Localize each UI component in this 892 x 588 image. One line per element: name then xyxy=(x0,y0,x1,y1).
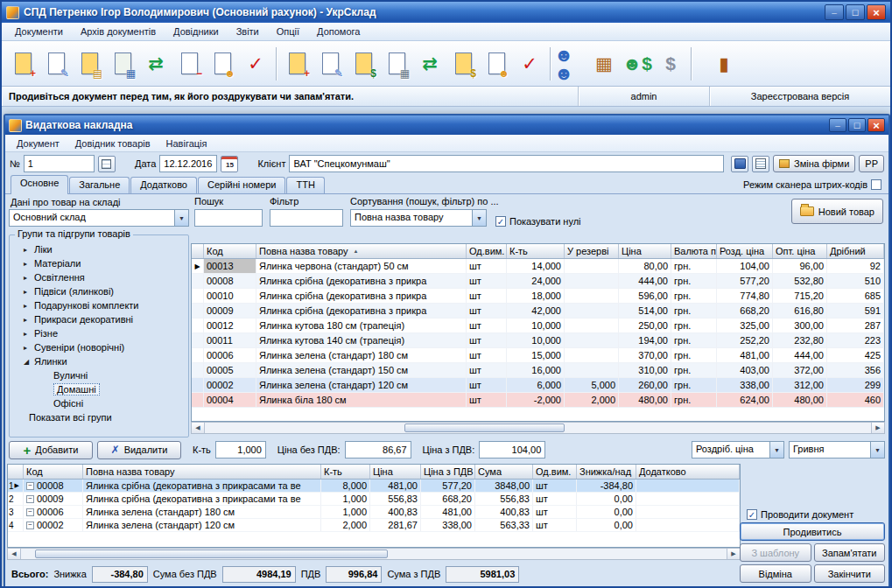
chevron-down-icon[interactable] xyxy=(472,210,486,226)
close-button[interactable] xyxy=(867,4,886,20)
col-code[interactable]: Код xyxy=(204,244,256,258)
col-retail[interactable]: Розд. ціна xyxy=(717,244,773,258)
new-invoice-icon[interactable]: + xyxy=(280,46,313,82)
edit-document-icon[interactable]: ✎ xyxy=(39,46,73,82)
scroll-right-icon[interactable] xyxy=(871,423,884,433)
invoice-close-button[interactable] xyxy=(867,118,885,132)
tree-item-yalynky[interactable]: ◢ Ялинки xyxy=(11,354,186,368)
add-item-button[interactable]: Добавити xyxy=(9,441,93,459)
col-sum[interactable]: Сума xyxy=(475,465,533,479)
tree-item-rizne[interactable]: ▸ Різне xyxy=(11,326,186,340)
menu-item[interactable]: Звіти xyxy=(228,24,267,38)
col-qty[interactable]: К-ть xyxy=(321,465,370,479)
toolbar-separator[interactable] xyxy=(546,46,554,82)
finish-button[interactable]: Закінчити xyxy=(814,564,886,583)
scrollbar-thumb[interactable] xyxy=(404,424,565,432)
delete-item-button[interactable]: Видалити xyxy=(97,441,181,459)
Ялинка зелена (стандарт) 150 см[interactable]: 00005 Ялинка зелена (стандарт) 150 см шт… xyxy=(192,363,884,378)
qty-input[interactable]: 1,000 xyxy=(215,441,266,458)
col-qty[interactable]: К-ть xyxy=(507,244,565,258)
products-hscrollbar[interactable] xyxy=(191,422,885,434)
tab-osnovne[interactable]: Основне xyxy=(11,175,68,194)
transfer-invoice-icon[interactable]: ⇄ xyxy=(413,46,446,82)
edit-invoice-icon[interactable]: ✎ xyxy=(313,46,347,82)
warehouse-select[interactable]: Основний склад xyxy=(9,209,189,227)
col-gutter[interactable] xyxy=(192,244,204,258)
client-document-icon[interactable]: ☻ xyxy=(206,46,239,82)
tree-item-vulychni[interactable]: Вуличні xyxy=(11,368,186,382)
scroll-left-icon[interactable] xyxy=(8,549,21,559)
search-input[interactable] xyxy=(194,209,263,227)
col-gutter[interactable] xyxy=(8,465,24,479)
expand-icon[interactable] xyxy=(26,522,34,529)
menu-item[interactable]: Навігація xyxy=(158,136,215,150)
col-unit[interactable]: Од.вим. xyxy=(467,244,507,258)
Ялинка зелена (стандарт) 180 см[interactable]: 3 00006 Ялинка зелена (стандарт) 180 см … xyxy=(8,506,740,519)
col-name[interactable]: Повна назва товару xyxy=(256,244,467,258)
toolbar-separator[interactable] xyxy=(687,46,695,82)
toolbar-separator[interactable] xyxy=(272,46,280,82)
items-hscrollbar[interactable] xyxy=(7,548,741,560)
col-currency[interactable]: Валюта пр xyxy=(671,244,717,258)
col-extra[interactable]: Додатково xyxy=(636,465,740,479)
verify-invoice-icon[interactable]: ✓ xyxy=(513,46,546,82)
tab-dodatkovo[interactable]: Додатково xyxy=(130,177,197,193)
Ялинка кутова 140 см (трапеція)[interactable]: 00011 Ялинка кутова 140 см (трапеція) шт… xyxy=(192,333,884,348)
journal-document-icon[interactable]: ▦ xyxy=(106,46,139,82)
maximize-button[interactable] xyxy=(846,4,865,20)
transfer-documents-icon[interactable]: ⇄ xyxy=(139,46,172,82)
Ялинка срібна (декоративна з прикра[interactable]: 00009 Ялинка срібна (декоративна з прикр… xyxy=(192,304,884,318)
invoice-minimize-button[interactable] xyxy=(829,118,846,132)
menu-item[interactable]: Довідники xyxy=(165,24,227,38)
tab-serial-numbers[interactable]: Серійні номери xyxy=(198,177,285,193)
col-opt[interactable]: Опт. ціна xyxy=(773,244,827,258)
tree-item-liky[interactable]: ▸ Ліки xyxy=(11,242,186,256)
change-firm-button[interactable]: Зміна фірми xyxy=(773,155,855,172)
col-code[interactable]: Код xyxy=(24,465,83,479)
new-document-icon[interactable]: + xyxy=(6,46,39,82)
scroll-right-icon[interactable] xyxy=(727,549,740,559)
col-small[interactable]: Дрібний xyxy=(827,244,884,258)
menu-item[interactable]: Довідник товарів xyxy=(67,136,158,150)
expand-icon[interactable] xyxy=(26,482,34,490)
cancel-button[interactable]: Відміна xyxy=(740,564,811,583)
Ялинка кутова 180 см (трапеція)[interactable]: 00012 Ялинка кутова 180 см (трапеція) шт… xyxy=(192,318,884,333)
minimize-button[interactable] xyxy=(825,4,844,20)
col-reserve[interactable]: У резерві xyxy=(565,244,619,258)
conduct-document-checkbox[interactable] xyxy=(747,509,757,520)
tree-item-podarunkovi[interactable]: ▸ Подарункові комплекти xyxy=(11,298,186,312)
copy-document-icon[interactable]: ▤ xyxy=(73,46,106,82)
chevron-down-icon[interactable] xyxy=(769,442,783,458)
col-discount[interactable]: Знижка/над xyxy=(577,465,636,479)
price-vat-input[interactable]: 104,00 xyxy=(479,441,545,458)
doc-number-browse-button[interactable] xyxy=(98,156,116,172)
calendar-button[interactable]: 15 xyxy=(221,156,238,172)
chevron-down-icon[interactable] xyxy=(174,210,188,226)
save-button[interactable]: Запам'ятати xyxy=(814,543,886,562)
currency-select[interactable]: Гривня xyxy=(789,441,885,458)
menu-item[interactable]: Документи xyxy=(7,24,71,38)
verify-document-icon[interactable]: ✓ xyxy=(239,46,272,82)
scroll-left-icon[interactable] xyxy=(192,423,205,433)
Ялинка зелена (стандарт) 180 см[interactable]: 00006 Ялинка зелена (стандарт) 180 см шт… xyxy=(192,348,884,363)
scrollbar-thumb[interactable] xyxy=(35,550,388,558)
remove-document-icon[interactable]: − xyxy=(172,46,206,82)
col-price-vat[interactable]: Ціна з ПДВ xyxy=(421,465,475,479)
menu-item[interactable]: Опції xyxy=(269,24,307,38)
expand-icon[interactable] xyxy=(26,508,34,516)
journal-icon-button[interactable] xyxy=(731,156,748,172)
doc-number-input[interactable]: 1 xyxy=(24,155,95,172)
from-template-button[interactable]: З шаблону xyxy=(740,543,811,562)
Ялинка срібна (декоративна з прикрасами та ве[interactable]: 1▶ 00008 Ялинка срібна (декоративна з пр… xyxy=(8,480,740,493)
tree-item-materialy[interactable]: ▸ Матеріали xyxy=(11,256,186,270)
payment-invoice-icon[interactable]: $ xyxy=(347,46,380,82)
cash-invoice-icon[interactable]: $ xyxy=(446,46,480,82)
date-input[interactable]: 12.12.2016 xyxy=(159,155,217,172)
new-product-button[interactable]: Новий товар xyxy=(791,199,883,224)
scanner-mode-checkbox[interactable] xyxy=(871,179,881,190)
Ялинка червона (стандарт) 50 см[interactable]: ▶ 00013 Ялинка червона (стандарт) 50 см … xyxy=(192,259,884,274)
tree-item-ofisni[interactable]: Офісні xyxy=(11,396,186,410)
tree-item-prykrasy[interactable]: ▸ Прикраси декоративні xyxy=(11,312,186,326)
tree-item-domashni[interactable]: Домашні xyxy=(11,382,186,396)
exit-icon[interactable]: ▮ xyxy=(707,46,741,82)
